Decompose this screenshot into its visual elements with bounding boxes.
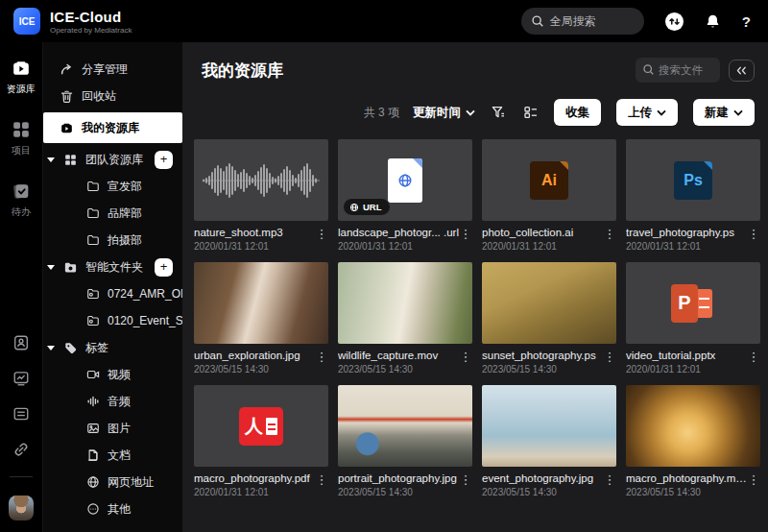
more-options-icon[interactable]: ⋮ (747, 227, 760, 252)
more-options-icon[interactable]: ⋮ (747, 350, 760, 375)
more-options-icon[interactable]: ⋮ (459, 350, 472, 375)
help-icon[interactable]: ? (742, 13, 751, 30)
panel-list-icon[interactable] (12, 405, 30, 423)
file-card[interactable]: urban_exploration.jpg 2023/05/15 14:30 ⋮ (194, 262, 328, 375)
file-card[interactable]: wildlife_capture.mov 2023/05/15 14:30 ⋮ (338, 262, 472, 375)
collapse-panel-button[interactable] (729, 60, 755, 82)
file-card[interactable]: Ai photo_collection.ai 2020/01/31 12:01 … (482, 139, 616, 252)
caret-down-icon[interactable] (47, 265, 55, 270)
sidebar-label: 回收站 (82, 88, 116, 105)
audio-waveform (203, 157, 320, 205)
file-card[interactable]: nature_shoot.mp3 2020/01/31 12:01 ⋮ (194, 139, 328, 252)
link-icon[interactable] (12, 441, 30, 458)
sidebar-item-my-library[interactable]: 我的资源库 (43, 112, 182, 143)
sidebar-item-tag-audio[interactable]: 音频 (43, 388, 182, 415)
photo-thumbnail[interactable] (194, 262, 328, 344)
file-card[interactable]: event_photography.jpg 2023/05/15 14:30 ⋮ (482, 385, 616, 497)
view-toggle-icon[interactable] (523, 105, 539, 120)
photo-thumbnail[interactable] (338, 385, 472, 467)
file-card[interactable]: P video_tutorial.pptx 2020/01/31 12:01 ⋮ (626, 262, 760, 375)
more-options-icon[interactable]: ⋮ (747, 472, 760, 497)
notifications-bell-icon[interactable] (705, 13, 721, 30)
sidebar-item-folder[interactable]: 宣发部 (43, 173, 182, 200)
file-date: 2023/05/15 14:30 (482, 487, 603, 497)
sidebar-group-tags[interactable]: 标签 (43, 334, 182, 361)
file-date: 2023/05/15 14:30 (194, 364, 315, 375)
search-icon (642, 63, 655, 76)
sidebar-group-team-library[interactable]: 团队资源库 + (43, 146, 182, 173)
photo-thumbnail[interactable] (482, 262, 616, 344)
file-card[interactable]: macro_photography.mov 2023/05/15 14:30 ⋮ (626, 385, 760, 497)
file-name: event_photography.jpg (482, 472, 603, 484)
more-options-icon[interactable]: ⋮ (603, 350, 616, 375)
add-team-library-button[interactable]: + (155, 151, 173, 169)
more-options-icon[interactable]: ⋮ (315, 227, 328, 252)
sidebar-item-smart-folder[interactable]: 0724_AMR_ONE (43, 280, 182, 307)
sidebar-item-tag-video[interactable]: 视频 (43, 361, 182, 388)
powerpoint-file-icon: P (671, 284, 715, 323)
upload-button[interactable]: 上传 (616, 99, 678, 126)
contacts-icon[interactable] (12, 334, 30, 351)
brand-block: ICE-Cloud Operated by Mediatrack (50, 9, 132, 35)
sidebar-label: 标签 (85, 340, 108, 356)
file-thumbnail[interactable]: P (626, 262, 760, 344)
rail-item-library[interactable]: 资源库 (7, 58, 36, 96)
illustrator-file-icon: Ai (530, 161, 568, 200)
create-button[interactable]: 新建 (693, 99, 755, 126)
sidebar-group-smart-folders[interactable]: 智能文件夹 + (43, 254, 182, 280)
pdf-file-icon: 人 (239, 407, 283, 446)
sort-dropdown[interactable]: 更新时间 (413, 105, 475, 121)
sidebar-item-recycle[interactable]: 回收站 (43, 83, 182, 109)
video-icon (86, 368, 100, 381)
collect-button-label: 收集 (565, 105, 589, 121)
file-card[interactable]: Ps travel_photography.ps 2020/01/31 12:0… (626, 139, 760, 252)
projects-icon (11, 119, 32, 140)
dashboard-icon[interactable] (12, 370, 30, 387)
file-card[interactable]: portrait_photography.jpg 2023/05/15 14:3… (338, 385, 472, 497)
more-options-icon[interactable]: ⋮ (603, 472, 616, 497)
chevron-down-icon (733, 109, 743, 116)
sidebar-item-smart-folder[interactable]: 0120_Event_SON... (43, 307, 182, 334)
file-thumbnail[interactable] (194, 139, 328, 221)
caret-down-icon[interactable] (47, 346, 55, 351)
document-icon (86, 448, 100, 462)
sidebar-item-tag-url[interactable]: 网页地址 (43, 469, 182, 496)
rail-item-todo[interactable]: 待办 (11, 181, 32, 219)
collect-button[interactable]: 收集 (554, 99, 601, 126)
more-options-icon[interactable]: ⋮ (315, 350, 328, 375)
user-avatar[interactable] (9, 496, 34, 520)
more-options-icon[interactable]: ⋮ (459, 227, 472, 252)
sidebar-label: 智能文件夹 (85, 259, 143, 276)
file-thumbnail[interactable]: URL (338, 139, 472, 221)
smart-folder-icon (86, 287, 100, 301)
photo-thumbnail[interactable] (482, 385, 616, 467)
file-search[interactable] (636, 58, 720, 83)
sidebar-item-tag-image[interactable]: 图片 (43, 415, 182, 442)
transfer-tasks-icon[interactable] (665, 12, 684, 31)
upload-button-label: 上传 (628, 105, 652, 121)
rail-item-projects[interactable]: 项目 (11, 119, 32, 157)
more-options-icon[interactable]: ⋮ (603, 227, 616, 252)
file-card[interactable]: 人 macro_photography.pdf 2020/01/31 12:01… (194, 385, 328, 497)
filter-icon[interactable] (491, 105, 506, 120)
photo-thumbnail[interactable] (626, 385, 760, 467)
file-thumbnail[interactable]: Ai (482, 139, 616, 221)
global-search[interactable] (521, 8, 644, 35)
sidebar-item-folder[interactable]: 拍摄部 (43, 227, 182, 254)
sidebar-label: 网页地址 (108, 474, 154, 491)
sidebar-item-tag-document[interactable]: 文档 (43, 442, 182, 469)
sidebar-item-share[interactable]: 分享管理 (43, 56, 182, 83)
smart-folder-icon (63, 260, 78, 275)
file-card[interactable]: URL landscape_photogr... .url 2020/01/31… (338, 139, 472, 252)
file-thumbnail[interactable]: 人 (194, 385, 328, 467)
caret-down-icon[interactable] (47, 157, 55, 162)
more-options-icon[interactable]: ⋮ (459, 472, 472, 497)
file-card[interactable]: sunset_photography.ps 2023/05/15 14:30 ⋮ (482, 262, 616, 375)
file-thumbnail[interactable]: Ps (626, 139, 760, 221)
file-date: 2020/01/31 12:01 (626, 241, 747, 252)
more-options-icon[interactable]: ⋮ (315, 472, 328, 497)
add-smart-folder-button[interactable]: + (155, 258, 173, 277)
sidebar-item-tag-other[interactable]: 其他 (43, 496, 182, 522)
photo-thumbnail[interactable] (338, 262, 472, 344)
sidebar-item-folder[interactable]: 品牌部 (43, 200, 182, 227)
